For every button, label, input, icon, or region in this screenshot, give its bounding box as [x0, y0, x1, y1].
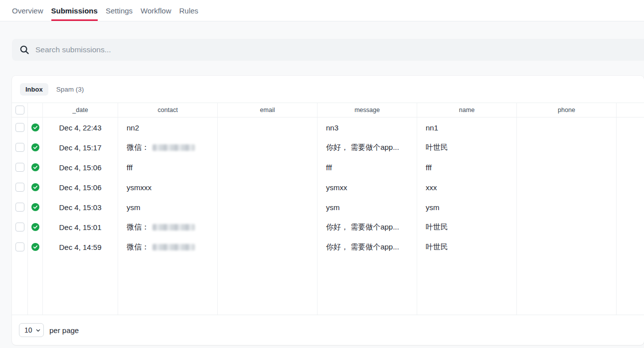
column-header-extra	[617, 103, 644, 117]
cell-email	[218, 237, 318, 257]
cell-message: nn3	[318, 117, 417, 137]
nav-tab-overview[interactable]: Overview	[12, 0, 43, 21]
cell-date: Dec 4, 15:17	[43, 137, 118, 157]
cell-message: 你好， 需要做个app...	[318, 237, 417, 257]
cell-date: Dec 4, 15:06	[43, 157, 118, 177]
cell-phone	[517, 177, 617, 197]
row-checkbox-cell	[12, 137, 28, 157]
row-status-cell	[28, 237, 43, 257]
row-checkbox-cell	[12, 177, 28, 197]
select-all-checkbox[interactable]	[15, 106, 24, 115]
cell-name: 叶世民	[417, 217, 517, 237]
row-status-cell	[28, 137, 43, 157]
row-status-cell	[28, 177, 43, 197]
cell-message: fff	[318, 157, 417, 177]
cell-name: 叶世民	[417, 137, 517, 157]
cell-contact: fff	[118, 157, 218, 177]
row-checkbox[interactable]	[15, 163, 24, 172]
cell-contact: ysmxxx	[118, 177, 218, 197]
row-checkbox-cell	[12, 237, 28, 257]
column-header-email: email	[218, 103, 318, 117]
cell-name: ysm	[417, 197, 517, 217]
cell-phone	[517, 117, 617, 137]
status-ok-icon	[31, 203, 39, 211]
cell-email	[218, 157, 318, 177]
table-header-row: _date contact email message name phone	[12, 103, 644, 117]
cell-message: 你好， 需要做个app...	[318, 217, 417, 237]
status-ok-icon	[31, 223, 39, 231]
cell-email	[218, 177, 318, 197]
column-header-date: _date	[43, 103, 118, 117]
cell-email	[218, 137, 318, 157]
nav-tab-submissions[interactable]: Submissions	[51, 0, 98, 21]
folder-tabs: Inbox Spam (3)	[12, 76, 644, 103]
row-checkbox[interactable]	[15, 242, 24, 251]
search-input[interactable]	[35, 39, 644, 61]
cell-email	[218, 197, 318, 217]
cell-date: Dec 4, 15:01	[43, 217, 118, 237]
cell-contact: ysm	[118, 197, 218, 217]
cell-message: ysmxx	[318, 177, 417, 197]
table-row[interactable]: Dec 4, 15:06 fff fff fff	[12, 157, 644, 177]
cell-date: Dec 4, 15:03	[43, 197, 118, 217]
cell-phone	[517, 157, 617, 177]
row-status-cell	[28, 217, 43, 237]
table-row[interactable]: Dec 4, 22:43 nn2 nn3 nn1	[12, 117, 644, 137]
column-header-message: message	[318, 103, 417, 117]
status-ok-icon	[31, 243, 39, 251]
cell-contact: 微信：	[118, 217, 218, 237]
tab-inbox[interactable]: Inbox	[20, 83, 48, 96]
cell-extra	[617, 177, 644, 197]
tab-spam[interactable]: Spam (3)	[54, 83, 86, 96]
cell-phone	[517, 237, 617, 257]
cell-date: Dec 4, 15:06	[43, 177, 118, 197]
table-row[interactable]: Dec 4, 15:17 微信： 你好， 需要做个app... 叶世民	[12, 137, 644, 157]
nav-tab-rules[interactable]: Rules	[179, 0, 198, 21]
column-header-name: name	[417, 103, 517, 117]
row-checkbox-cell	[12, 217, 28, 237]
table-row[interactable]: Dec 4, 14:59 微信： 你好， 需要做个app... 叶世民	[12, 237, 644, 257]
per-page-select-wrap: 10	[19, 323, 44, 337]
header-checkbox-cell	[12, 103, 28, 117]
cell-phone	[517, 137, 617, 157]
search-bar[interactable]	[12, 39, 644, 61]
cell-email	[218, 217, 318, 237]
table-empty-area	[12, 257, 644, 315]
nav-tab-settings[interactable]: Settings	[106, 0, 133, 21]
per-page-select[interactable]: 10	[19, 323, 44, 337]
header-status-cell	[28, 103, 43, 117]
cell-name: fff	[417, 157, 517, 177]
row-status-cell	[28, 157, 43, 177]
cell-email	[218, 117, 318, 137]
top-navigation: Overview Submissions Settings Workflow R…	[0, 0, 644, 21]
redacted-content	[153, 144, 195, 151]
row-status-cell	[28, 117, 43, 137]
search-icon	[19, 45, 29, 55]
table-body: Dec 4, 22:43 nn2 nn3 nn1 Dec 4, 15:17 微信…	[12, 117, 644, 257]
table-row[interactable]: Dec 4, 15:06 ysmxxx ysmxx xxx	[12, 177, 644, 197]
per-page-label: per page	[49, 326, 79, 335]
row-checkbox[interactable]	[15, 223, 24, 232]
cell-message: ysm	[318, 197, 417, 217]
cell-date: Dec 4, 22:43	[43, 117, 118, 137]
status-ok-icon	[31, 123, 39, 131]
row-checkbox[interactable]	[15, 203, 24, 212]
row-checkbox-cell	[12, 197, 28, 217]
submissions-card: Inbox Spam (3) _date contact email messa…	[12, 76, 644, 345]
redacted-content	[153, 244, 195, 250]
cell-extra	[617, 117, 644, 137]
cell-name: xxx	[417, 177, 517, 197]
cell-date: Dec 4, 14:59	[43, 237, 118, 257]
table-row[interactable]: Dec 4, 15:01 微信： 你好， 需要做个app... 叶世民	[12, 217, 644, 237]
nav-tab-workflow[interactable]: Workflow	[141, 0, 171, 21]
row-checkbox[interactable]	[15, 143, 24, 152]
column-header-phone: phone	[517, 103, 617, 117]
status-ok-icon	[31, 183, 39, 191]
row-checkbox[interactable]	[15, 123, 24, 132]
cell-message: 你好， 需要做个app...	[318, 137, 417, 157]
row-checkbox[interactable]	[15, 183, 24, 192]
table-row[interactable]: Dec 4, 15:03 ysm ysm ysm	[12, 197, 644, 217]
cell-name: 叶世民	[417, 237, 517, 257]
cell-contact: 微信：	[118, 137, 218, 157]
cell-extra	[617, 237, 644, 257]
